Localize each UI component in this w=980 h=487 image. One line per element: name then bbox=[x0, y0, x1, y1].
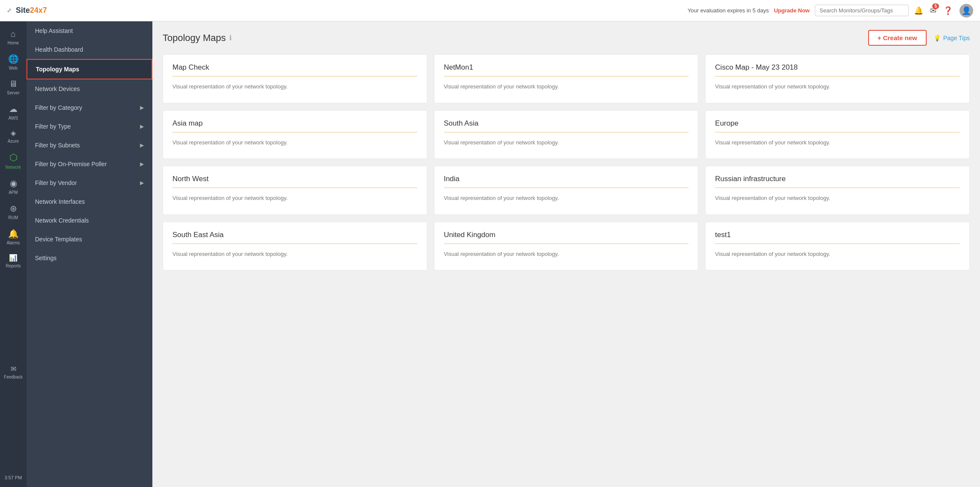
network-icon: ⬡ bbox=[9, 152, 18, 163]
sidebar-label-health: Health Dashboard bbox=[35, 46, 83, 53]
content-header: Topology Maps ℹ + Create new 💡 Page Tips bbox=[163, 30, 970, 46]
server-icon: 🖥 bbox=[9, 79, 18, 89]
map-card-asia-map[interactable]: Asia map Visual representation of your n… bbox=[163, 110, 427, 159]
map-card-map-check[interactable]: Map Check Visual representation of your … bbox=[163, 54, 427, 103]
nav-item-home[interactable]: ⌂ Home bbox=[0, 25, 26, 50]
nav-item-aws[interactable]: ☁ AWS bbox=[0, 100, 26, 125]
sidebar-label-filter-subnets: Filter by Subnets bbox=[35, 142, 80, 149]
sidebar-item-device-templates[interactable]: Device Templates bbox=[26, 230, 152, 249]
nav-item-reports[interactable]: 📊 Reports bbox=[0, 249, 26, 273]
chevron-right-icon: ▶ bbox=[140, 123, 144, 129]
map-card-india[interactable]: India Visual representation of your netw… bbox=[434, 166, 699, 215]
card-desc: Visual representation of your network to… bbox=[715, 250, 960, 258]
card-divider bbox=[172, 244, 417, 244]
card-desc: Visual representation of your network to… bbox=[172, 250, 417, 258]
card-title: NetMon1 bbox=[444, 63, 689, 72]
nav-item-rum[interactable]: ⊛ RUM bbox=[0, 199, 26, 224]
aws-icon: ☁ bbox=[9, 104, 18, 114]
left-nav: ⌂ Home 🌐 Web 🖥 Server ☁ AWS ◈ Azure ⬡ Ne… bbox=[0, 21, 26, 487]
upgrade-now-link[interactable]: Upgrade Now bbox=[774, 7, 810, 14]
sidebar-label-network-interfaces: Network Interfaces bbox=[35, 198, 85, 205]
card-title: South Asia bbox=[444, 119, 689, 128]
reports-icon: 📊 bbox=[9, 254, 18, 262]
site-logo[interactable]: ⤢ Site24x7 bbox=[7, 6, 47, 15]
card-divider bbox=[172, 188, 417, 188]
sidebar: Help Assistant Health Dashboard Topology… bbox=[26, 21, 152, 487]
avatar[interactable]: 👤 bbox=[960, 4, 973, 18]
nav-item-azure[interactable]: ◈ Azure bbox=[0, 125, 26, 148]
sidebar-label-filter-poller: Filter by On-Premise Poller bbox=[35, 161, 107, 167]
sidebar-label-network-devices: Network Devices bbox=[35, 85, 80, 92]
card-title: Asia map bbox=[172, 119, 417, 128]
sidebar-item-filter-vendor[interactable]: Filter by Vendor ▶ bbox=[26, 173, 152, 192]
topbar: ⤢ Site24x7 Your evaluation expires in 5 … bbox=[0, 0, 980, 21]
sidebar-item-filter-type[interactable]: Filter by Type ▶ bbox=[26, 117, 152, 136]
page-title-row: Topology Maps ℹ bbox=[163, 32, 232, 44]
nav-label-aws: AWS bbox=[9, 116, 18, 120]
card-desc: Visual representation of your network to… bbox=[444, 194, 689, 202]
nav-item-apm[interactable]: ◉ APM bbox=[0, 174, 26, 199]
sidebar-item-network-interfaces[interactable]: Network Interfaces bbox=[26, 192, 152, 211]
create-new-button[interactable]: + Create new bbox=[868, 30, 927, 46]
card-title: India bbox=[444, 175, 689, 183]
map-card-cisco-map[interactable]: Cisco Map - May 23 2018 Visual represent… bbox=[705, 54, 970, 103]
card-desc: Visual representation of your network to… bbox=[444, 82, 689, 91]
sidebar-item-help[interactable]: Help Assistant bbox=[26, 21, 152, 40]
card-desc: Visual representation of your network to… bbox=[444, 138, 689, 147]
sidebar-label-topology: Topology Maps bbox=[36, 66, 79, 73]
sidebar-item-health[interactable]: Health Dashboard bbox=[26, 40, 152, 59]
map-card-north-west[interactable]: North West Visual representation of your… bbox=[163, 166, 427, 215]
map-card-south-east-asia[interactable]: South East Asia Visual representation of… bbox=[163, 222, 427, 271]
nav-item-web[interactable]: 🌐 Web bbox=[0, 50, 26, 75]
chevron-right-icon: ▶ bbox=[140, 180, 144, 186]
sidebar-item-filter-category[interactable]: Filter by Category ▶ bbox=[26, 98, 152, 117]
home-icon: ⌂ bbox=[11, 29, 16, 39]
nav-label-feedback: Feedback bbox=[4, 375, 23, 379]
card-title: South East Asia bbox=[172, 231, 417, 239]
map-card-test1[interactable]: test1 Visual representation of your netw… bbox=[705, 222, 970, 271]
sidebar-item-network-devices[interactable]: Network Devices bbox=[26, 79, 152, 98]
sidebar-label-filter-category: Filter by Category bbox=[35, 104, 82, 111]
bell-icon[interactable]: 🔔 bbox=[914, 6, 923, 15]
search-input[interactable] bbox=[815, 5, 909, 16]
card-desc: Visual representation of your network to… bbox=[444, 250, 689, 258]
sidebar-label-device-templates: Device Templates bbox=[35, 236, 82, 243]
nav-label-web: Web bbox=[9, 66, 18, 70]
logo-site: Site24x7 bbox=[16, 6, 47, 15]
lightbulb-icon: 💡 bbox=[933, 35, 941, 41]
map-card-europe[interactable]: Europe Visual representation of your net… bbox=[705, 110, 970, 159]
card-title: Map Check bbox=[172, 63, 417, 72]
sidebar-label-filter-type: Filter by Type bbox=[35, 123, 71, 130]
nav-item-feedback[interactable]: ✉ Feedback bbox=[0, 361, 26, 384]
chevron-right-icon: ▶ bbox=[140, 161, 144, 167]
map-card-netmon1[interactable]: NetMon1 Visual representation of your ne… bbox=[434, 54, 699, 103]
main-layout: ⌂ Home 🌐 Web 🖥 Server ☁ AWS ◈ Azure ⬡ Ne… bbox=[0, 21, 980, 487]
header-actions: + Create new 💡 Page Tips bbox=[868, 30, 970, 46]
page-title: Topology Maps bbox=[163, 32, 226, 44]
card-desc: Visual representation of your network to… bbox=[715, 194, 960, 202]
map-card-south-asia[interactable]: South Asia Visual representation of your… bbox=[434, 110, 699, 159]
chevron-right-icon: ▶ bbox=[140, 105, 144, 111]
map-card-russian-infra[interactable]: Russian infrastructure Visual representa… bbox=[705, 166, 970, 215]
help-icon[interactable]: ❓ bbox=[943, 6, 953, 15]
page-tips-button[interactable]: 💡 Page Tips bbox=[933, 35, 970, 41]
time-display: 3:57 PM bbox=[3, 472, 24, 484]
nav-item-server[interactable]: 🖥 Server bbox=[0, 75, 26, 100]
sidebar-item-topology[interactable]: Topology Maps bbox=[26, 59, 152, 79]
expand-icon: ⤢ bbox=[7, 7, 12, 14]
card-desc: Visual representation of your network to… bbox=[172, 138, 417, 147]
mail-icon[interactable]: ✉ 5 bbox=[930, 6, 936, 15]
nav-item-alarms[interactable]: 🔔 Alarms bbox=[0, 224, 26, 249]
apm-icon: ◉ bbox=[10, 178, 17, 188]
alarms-icon: 🔔 bbox=[8, 229, 19, 239]
nav-item-network[interactable]: ⬡ Network bbox=[0, 148, 26, 174]
sidebar-item-network-credentials[interactable]: Network Credentials bbox=[26, 211, 152, 230]
map-card-united-kingdom[interactable]: United Kingdom Visual representation of … bbox=[434, 222, 699, 271]
sidebar-item-filter-poller[interactable]: Filter by On-Premise Poller ▶ bbox=[26, 155, 152, 173]
sidebar-item-filter-subnets[interactable]: Filter by Subnets ▶ bbox=[26, 136, 152, 155]
card-divider bbox=[172, 132, 417, 132]
sidebar-label-help: Help Assistant bbox=[35, 27, 73, 34]
info-icon[interactable]: ℹ bbox=[229, 34, 232, 42]
azure-icon: ◈ bbox=[11, 129, 16, 137]
sidebar-item-settings[interactable]: Settings bbox=[26, 249, 152, 267]
